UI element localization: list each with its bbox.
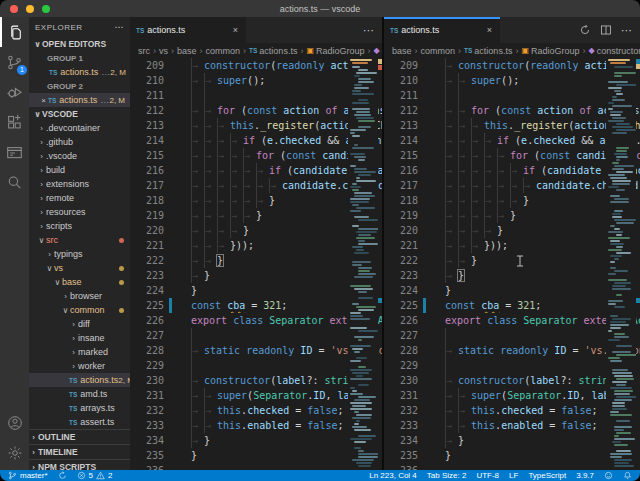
code-line-225[interactable]: 225const cba = 321;	[130, 298, 382, 313]
code-line-234[interactable]: 234→}	[130, 433, 382, 448]
open-editor-item[interactable]: ×TSactions.ts…2, M	[29, 93, 130, 107]
line-number[interactable]: 212	[130, 103, 164, 118]
line-number[interactable]: 214	[130, 133, 164, 148]
code-line-224[interactable]: 224}	[384, 283, 640, 298]
status-bell[interactable]	[623, 471, 632, 480]
code-line-218[interactable]: 218→→→→→→}	[384, 193, 640, 208]
tab-actions-ts[interactable]: TSactions.ts×	[130, 17, 247, 43]
line-number[interactable]: 221	[130, 238, 164, 253]
tree-item-diff[interactable]: ›diff	[29, 317, 130, 331]
sidebar-panel-timeline[interactable]: ›TIMELINE	[29, 444, 130, 459]
activity-bar-extensions-icon[interactable]	[0, 107, 29, 137]
line-number[interactable]: 227	[130, 328, 164, 343]
line-number[interactable]: 226	[384, 313, 418, 328]
code-line-232[interactable]: 232→→this.checked = false;	[384, 403, 640, 418]
code-line-219[interactable]: 219→→→→→}	[130, 208, 382, 223]
line-number[interactable]: 216	[130, 163, 164, 178]
tree-item-amd-ts[interactable]: TSamd.ts	[29, 387, 130, 401]
code-line-228[interactable]: 228→static readonly ID = 'vs.actions.sep…	[384, 343, 640, 358]
line-number[interactable]: 210	[130, 73, 164, 88]
status-utf-8[interactable]: UTF-8	[476, 471, 499, 480]
tree-item--vscode[interactable]: ›.vscode	[29, 149, 130, 163]
tree-item-build[interactable]: ›build	[29, 163, 130, 177]
code-line-215[interactable]: 215→→→→→for (const candidate of actions)…	[130, 148, 382, 163]
line-number[interactable]: 213	[384, 118, 418, 133]
code-line-230[interactable]: 230→constructor(label?: string) {	[384, 373, 640, 388]
open-editors-header[interactable]: ∨OPEN EDITORS	[29, 37, 130, 51]
close-tab-icon[interactable]: ×	[231, 25, 240, 35]
line-number[interactable]: 218	[130, 193, 164, 208]
status-branch[interactable]: master*	[8, 471, 48, 480]
activity-bar-explorer-icon[interactable]	[0, 17, 31, 47]
line-number[interactable]: 219	[384, 208, 418, 223]
sidebar-more-actions-icon[interactable]: ⋯	[115, 22, 125, 32]
breadcrumb-item-actions-ts[interactable]: TSactions.ts	[249, 46, 297, 56]
tree-item-scripts[interactable]: ›scripts	[29, 219, 130, 233]
code-line-210[interactable]: 210→→super();	[130, 73, 382, 88]
code-line-219[interactable]: 219→→→→→}	[384, 208, 640, 223]
line-number[interactable]: 209	[384, 58, 418, 73]
line-number[interactable]: 235	[384, 448, 418, 463]
tree-item-resources[interactable]: ›resources	[29, 205, 130, 219]
code-line-211[interactable]: 211	[384, 88, 640, 103]
activity-bar-remote-window-icon[interactable]	[0, 137, 29, 167]
code-line-216[interactable]: 216→→→→→→if (candidate !== action) {	[384, 163, 640, 178]
code-line-220[interactable]: 220→→→→}	[130, 223, 382, 238]
code-line-223[interactable]: 223→}	[130, 268, 382, 283]
line-number[interactable]: 223	[384, 268, 418, 283]
tree-item--devcontainer[interactable]: ›.devcontainer	[29, 121, 130, 135]
line-number[interactable]: 226	[130, 313, 164, 328]
tree-item-remote[interactable]: ›remote	[29, 191, 130, 205]
tree-item-worker[interactable]: ›worker	[29, 359, 130, 373]
code-line-235[interactable]: 235}	[130, 448, 382, 463]
split-editor-icon[interactable]	[600, 24, 612, 36]
code-line-222[interactable]: 222→→}	[130, 253, 382, 268]
code-line-231[interactable]: 231→→super(Separator.ID, label);	[130, 388, 382, 403]
line-number[interactable]: 225	[130, 298, 164, 313]
status-typescript[interactable]: TypeScript	[528, 471, 566, 480]
line-number[interactable]: 220	[384, 223, 418, 238]
line-number[interactable]: 216	[384, 163, 418, 178]
line-number[interactable]: 234	[384, 433, 418, 448]
tree-item-marked[interactable]: ›marked	[29, 345, 130, 359]
tree-item-typings[interactable]: ›typings	[29, 247, 130, 261]
tree-item-common[interactable]: ∨common	[29, 303, 130, 317]
overview-ruler[interactable]	[636, 58, 640, 470]
code-line-218[interactable]: 218→→→→→→}	[130, 193, 382, 208]
tree-item-arrays-ts[interactable]: TSarrays.ts	[29, 401, 130, 415]
line-number[interactable]: 222	[130, 253, 164, 268]
tree-item-insane[interactable]: ›insane	[29, 331, 130, 345]
activity-bar-source-control-icon[interactable]: 1	[0, 47, 29, 77]
breadcrumb-item-base[interactable]: base	[392, 46, 412, 56]
workspace-section-header[interactable]: ∨ VSCODE	[29, 107, 130, 121]
status-feedback[interactable]	[604, 471, 613, 480]
line-number[interactable]: 217	[384, 178, 418, 193]
code-line-209[interactable]: 209→constructor(readonly actions: IActio…	[130, 58, 382, 73]
code-line-235[interactable]: 235}	[384, 448, 640, 463]
status-lf[interactable]: LF	[509, 471, 518, 480]
line-number[interactable]: 221	[384, 238, 418, 253]
minimap[interactable]	[606, 58, 636, 470]
more-icon[interactable]: ⋯	[363, 24, 374, 37]
breadcrumb-item-RadioGroup[interactable]: ▣RadioGroup	[306, 46, 364, 56]
line-number[interactable]: 224	[384, 283, 418, 298]
open-editor-item[interactable]: TSactions.ts…2, M	[29, 65, 130, 79]
line-number[interactable]: 230	[384, 373, 418, 388]
line-number[interactable]: 211	[130, 88, 164, 103]
breadcrumb-item-constructor[interactable]: ◆constructor	[373, 46, 382, 56]
status-error[interactable]: 52	[77, 471, 113, 480]
line-number[interactable]: 223	[130, 268, 164, 283]
line-number[interactable]: 231	[130, 388, 164, 403]
code-line-217[interactable]: 217→→→→→→→candidate.checked = false;	[384, 178, 640, 193]
code-line-212[interactable]: 212→→for (const action of actions) {	[130, 103, 382, 118]
status-sync[interactable]	[58, 471, 67, 480]
tree-item-browser[interactable]: ›browser	[29, 289, 130, 303]
minimap[interactable]	[348, 58, 378, 470]
tree-item-extensions[interactable]: ›extensions	[29, 177, 130, 191]
line-number[interactable]: 229	[384, 358, 418, 373]
tree-item-base[interactable]: ∨base	[29, 275, 130, 289]
code-line-212[interactable]: 212→→for (const action of actions) {	[384, 103, 640, 118]
close-tab-icon[interactable]: ×	[485, 25, 494, 35]
breadcrumb-item-src[interactable]: src	[138, 46, 150, 56]
code-line-236[interactable]: 236	[130, 463, 382, 470]
